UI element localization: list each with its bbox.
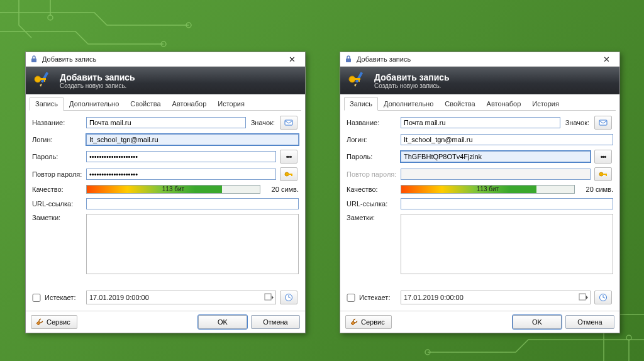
wrench-icon — [350, 318, 358, 326]
svg-rect-11 — [44, 78, 45, 82]
service-button-label: Сервис — [361, 318, 385, 326]
url-input[interactable] — [401, 198, 613, 209]
tab-properties[interactable]: Свойства — [439, 97, 480, 111]
password-input[interactable] — [86, 151, 276, 162]
label-repeat: Повтор пароля: — [32, 170, 82, 178]
tab-entry[interactable]: Запись — [30, 97, 64, 111]
banner: Добавить запись Создать новую запись. — [340, 67, 619, 94]
svg-point-1 — [161, 42, 166, 47]
service-button[interactable]: Сервис — [345, 315, 392, 329]
key-gen-icon — [284, 170, 294, 179]
ok-button[interactable]: OK — [198, 315, 247, 329]
label-icon: Значок: — [250, 119, 276, 126]
label-login: Логин: — [32, 136, 82, 143]
notes-textarea[interactable] — [86, 214, 299, 274]
lock-icon — [344, 55, 353, 64]
svg-point-0 — [186, 23, 191, 28]
notes-textarea[interactable] — [401, 214, 613, 274]
svg-point-2 — [48, 15, 53, 20]
quality-bar: 113 бит — [86, 185, 260, 194]
login-input[interactable] — [86, 134, 299, 145]
tab-history[interactable]: История — [526, 97, 565, 111]
banner-title: Добавить запись — [374, 72, 450, 82]
char-count: 20 симв. — [264, 186, 299, 193]
calendar-dropdown-icon[interactable] — [579, 292, 589, 303]
expires-datetime[interactable]: 17.01.2019 0:00:00 — [86, 291, 276, 304]
tabs: Запись Дополнительно Свойства Автонабор … — [30, 97, 301, 111]
key-pencil-icon — [347, 70, 368, 91]
label-name: Название: — [347, 119, 397, 126]
tabs: Запись Дополнительно Свойства Автонабор … — [344, 97, 616, 111]
expires-checkbox[interactable] — [32, 294, 41, 302]
password-input[interactable] — [401, 151, 591, 162]
tab-properties[interactable]: Свойства — [125, 97, 166, 111]
titlebar[interactable]: Добавить запись ✕ — [26, 52, 305, 67]
name-input[interactable] — [401, 117, 560, 128]
close-button[interactable]: ✕ — [597, 53, 616, 65]
icon-picker-button[interactable] — [280, 116, 297, 130]
quality-bar: 113 бит — [401, 185, 575, 194]
expires-clock-button[interactable] — [280, 291, 297, 304]
wrench-icon — [35, 318, 44, 326]
login-input[interactable] — [401, 134, 613, 145]
tab-advanced[interactable]: Дополнительно — [64, 97, 125, 111]
tab-autotype[interactable]: Автонабор — [481, 97, 527, 111]
label-notes: Заметки: — [32, 214, 82, 221]
url-input[interactable] — [86, 198, 299, 209]
svg-rect-28 — [579, 294, 586, 300]
envelope-icon — [284, 119, 293, 126]
clock-icon — [599, 293, 608, 302]
expires-datetime[interactable]: 17.01.2019 0:00:00 — [401, 291, 591, 304]
banner-subtitle: Создать новую запись. — [374, 82, 450, 89]
char-count: 20 симв. — [579, 186, 613, 193]
cancel-button[interactable]: Отмена — [565, 315, 614, 329]
label-url: URL-ссылка: — [347, 200, 397, 208]
add-entry-dialog-left: Добавить запись ✕ Добавить — [25, 52, 306, 333]
label-notes: Заметки: — [347, 214, 397, 221]
quality-text: 113 бит — [87, 186, 260, 193]
banner: Добавить запись Создать новую запись. — [26, 67, 305, 94]
svg-rect-12 — [285, 120, 292, 125]
toggle-password-button[interactable]: ••• — [280, 150, 297, 164]
key-pencil-icon — [32, 70, 53, 91]
toggle-password-button[interactable]: ••• — [594, 150, 612, 164]
icon-picker-button[interactable] — [594, 116, 612, 130]
service-button[interactable]: Сервис — [31, 315, 77, 329]
cancel-button[interactable]: Отмена — [251, 315, 300, 329]
svg-rect-27 — [606, 174, 607, 176]
calendar-dropdown-icon[interactable] — [264, 292, 274, 303]
close-button[interactable]: ✕ — [282, 53, 301, 65]
svg-rect-18 — [346, 58, 351, 62]
label-password: Пароль: — [32, 153, 82, 160]
label-name: Название: — [32, 119, 82, 126]
label-expires: Истекает: — [45, 294, 82, 301]
tab-entry[interactable]: Запись — [344, 97, 378, 111]
tab-autotype[interactable]: Автонабор — [167, 97, 213, 111]
ok-button[interactable]: OK — [513, 315, 562, 329]
titlebar[interactable]: Добавить запись ✕ — [340, 52, 619, 67]
label-quality: Качество: — [347, 186, 397, 193]
generate-password-button[interactable] — [594, 167, 612, 181]
label-repeat: Повтор пароля: — [347, 170, 397, 178]
expires-value: 17.01.2019 0:00:00 — [89, 294, 149, 301]
window-title: Добавить запись — [357, 55, 597, 63]
svg-point-5 — [626, 335, 631, 340]
tab-history[interactable]: История — [212, 97, 250, 111]
svg-point-4 — [425, 350, 430, 355]
expires-checkbox[interactable] — [347, 294, 355, 302]
svg-rect-16 — [265, 294, 271, 300]
svg-marker-8 — [40, 84, 42, 87]
repeat-password-input[interactable] — [86, 169, 276, 180]
label-password: Пароль: — [347, 153, 397, 160]
tab-advanced[interactable]: Дополнительно — [378, 97, 439, 111]
service-button-label: Сервис — [47, 318, 70, 326]
svg-rect-24 — [599, 120, 607, 125]
label-quality: Качество: — [32, 186, 82, 193]
name-input[interactable] — [86, 117, 246, 128]
svg-rect-6 — [31, 58, 36, 62]
generate-password-button[interactable] — [280, 167, 297, 181]
expires-clock-button[interactable] — [594, 291, 612, 304]
svg-marker-20 — [354, 84, 357, 87]
dialog-footer: Сервис OK Отмена — [26, 311, 305, 333]
label-expires: Истекает: — [359, 294, 397, 301]
